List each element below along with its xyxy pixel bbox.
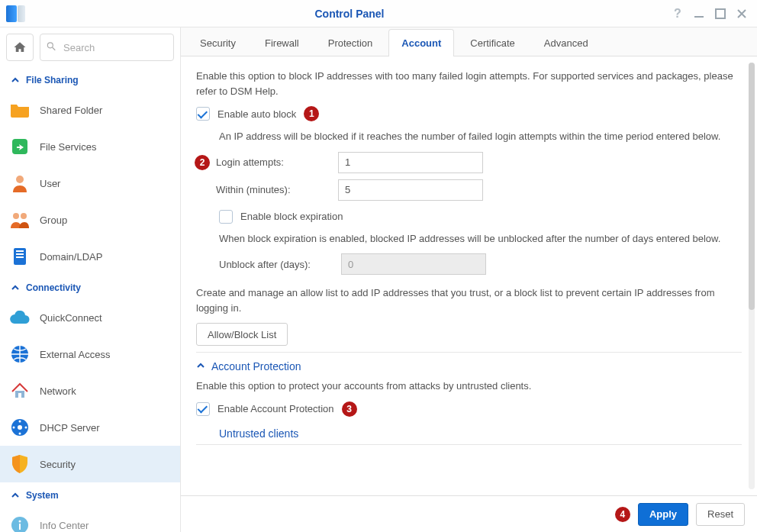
block-expiration-desc: When block expiration is enabled, blocke… bbox=[219, 231, 742, 247]
svg-rect-9 bbox=[16, 253, 24, 255]
svg-point-6 bbox=[21, 213, 27, 219]
home-button[interactable] bbox=[6, 34, 34, 61]
allowblock-desc: Create and manage an allow list to add I… bbox=[196, 285, 742, 315]
svg-point-4 bbox=[16, 176, 24, 183]
button-label: Apply bbox=[649, 508, 677, 520]
external-access-icon bbox=[9, 343, 31, 365]
sidebar-item-shared-folder[interactable]: Shared Folder bbox=[0, 92, 180, 128]
sidebar-item-info-center[interactable]: Info Center bbox=[0, 507, 180, 532]
info-center-icon bbox=[9, 514, 31, 532]
quickconnect-icon bbox=[9, 307, 31, 328]
svg-point-17 bbox=[19, 433, 21, 435]
dhcp-server-icon bbox=[9, 417, 31, 438]
sidebar: File Sharing Shared Folder File Services… bbox=[0, 27, 181, 532]
domain-ldap-icon bbox=[9, 246, 31, 267]
home-icon bbox=[13, 40, 27, 54]
allow-block-list-button[interactable]: Allow/Block List bbox=[196, 323, 288, 346]
chevron-up-icon bbox=[11, 491, 20, 500]
footer-bar: 4 Apply Reset bbox=[181, 495, 757, 532]
tab-advanced[interactable]: Advanced bbox=[531, 29, 601, 56]
sidebar-item-label: Info Center bbox=[40, 520, 89, 531]
sidebar-item-file-services[interactable]: File Services bbox=[0, 128, 180, 165]
svg-rect-21 bbox=[19, 524, 21, 530]
sidebar-item-label: Network bbox=[40, 385, 76, 397]
group-icon bbox=[9, 209, 31, 231]
app-icon bbox=[3, 2, 27, 26]
enable-account-protection-checkbox[interactable] bbox=[196, 402, 210, 416]
sidebar-item-group[interactable]: Group bbox=[0, 202, 180, 238]
sidebar-item-label: File Services bbox=[40, 141, 96, 153]
enable-account-protection-label: Enable Account Protection bbox=[217, 403, 334, 414]
section-connectivity[interactable]: Connectivity bbox=[0, 275, 180, 299]
search-input[interactable] bbox=[40, 34, 174, 61]
help-button[interactable]: ? bbox=[672, 8, 684, 20]
sidebar-item-label: External Access bbox=[40, 349, 111, 360]
section-system[interactable]: System bbox=[0, 482, 180, 507]
svg-point-2 bbox=[47, 43, 53, 48]
tab-account[interactable]: Account bbox=[388, 29, 454, 56]
svg-point-22 bbox=[19, 521, 21, 523]
section-title-text: Account Protection bbox=[211, 360, 301, 372]
shared-folder-icon bbox=[9, 99, 31, 121]
tab-label: Advanced bbox=[544, 37, 588, 49]
svg-rect-1 bbox=[716, 9, 725, 18]
sidebar-item-security[interactable]: Security bbox=[0, 446, 180, 482]
button-label: Allow/Block List bbox=[208, 329, 276, 340]
reset-button[interactable]: Reset bbox=[696, 503, 745, 526]
sidebar-item-external-access[interactable]: External Access bbox=[0, 336, 180, 372]
svg-rect-0 bbox=[694, 16, 704, 18]
tab-firewall[interactable]: Firewall bbox=[252, 29, 312, 56]
tab-label: Certificate bbox=[470, 37, 515, 49]
account-protection-desc: Enable this option to protect your accou… bbox=[196, 379, 742, 394]
close-button[interactable] bbox=[736, 8, 748, 20]
sidebar-item-user[interactable]: User bbox=[0, 165, 180, 202]
unblock-after-input bbox=[341, 253, 486, 275]
enable-auto-block-checkbox[interactable] bbox=[196, 107, 210, 121]
intro-text: Enable this option to block IP addresses… bbox=[196, 69, 742, 98]
account-protection-section-header[interactable]: Account Protection bbox=[196, 352, 742, 379]
sidebar-item-label: DHCP Server bbox=[40, 422, 100, 434]
enable-block-expiration-label: Enable block expiration bbox=[240, 211, 343, 222]
sidebar-item-label: User bbox=[40, 178, 60, 189]
section-label: System bbox=[26, 490, 59, 501]
sidebar-item-network[interactable]: Network bbox=[0, 372, 180, 409]
section-label: Connectivity bbox=[26, 282, 81, 293]
svg-rect-10 bbox=[16, 256, 24, 258]
window-controls: ? bbox=[672, 8, 751, 20]
within-minutes-input[interactable] bbox=[338, 179, 483, 201]
shield-icon bbox=[9, 453, 31, 475]
tab-security[interactable]: Security bbox=[187, 29, 249, 56]
tab-certificate[interactable]: Certificate bbox=[457, 29, 528, 56]
sidebar-item-label: QuickConnect bbox=[40, 312, 102, 324]
svg-point-5 bbox=[13, 213, 19, 219]
minimize-button[interactable] bbox=[693, 8, 705, 20]
chevron-up-icon bbox=[11, 283, 20, 292]
search-icon bbox=[46, 41, 56, 54]
section-file-sharing[interactable]: File Sharing bbox=[0, 67, 180, 92]
enable-block-expiration-checkbox[interactable] bbox=[219, 210, 233, 224]
sidebar-item-domain-ldap[interactable]: Domain/LDAP bbox=[0, 238, 180, 275]
svg-point-19 bbox=[25, 427, 27, 429]
chevron-up-icon bbox=[11, 76, 20, 85]
button-label: Reset bbox=[707, 508, 733, 520]
maximize-button[interactable] bbox=[714, 8, 726, 20]
svg-point-18 bbox=[13, 427, 15, 429]
sidebar-item-quickconnect[interactable]: QuickConnect bbox=[0, 299, 180, 336]
sidebar-item-label: Security bbox=[40, 459, 76, 470]
settings-pane: Enable this option to block IP addresses… bbox=[181, 56, 757, 495]
user-icon bbox=[9, 172, 31, 194]
callout-4: 4 bbox=[615, 507, 630, 522]
title-bar: Control Panel ? bbox=[0, 0, 757, 27]
login-attempts-input[interactable] bbox=[338, 152, 483, 173]
callout-2: 2 bbox=[195, 155, 210, 170]
tab-label: Firewall bbox=[265, 37, 299, 49]
sidebar-item-label: Shared Folder bbox=[40, 105, 102, 116]
tab-bar: Security Firewall Protection Account Cer… bbox=[181, 27, 757, 56]
apply-button[interactable]: Apply bbox=[638, 503, 688, 526]
tab-protection[interactable]: Protection bbox=[315, 29, 386, 56]
sidebar-item-dhcp-server[interactable]: DHCP Server bbox=[0, 409, 180, 446]
sidebar-item-label: Group bbox=[40, 214, 67, 226]
untrusted-clients-heading: Untrusted clients bbox=[196, 424, 742, 445]
svg-point-16 bbox=[19, 421, 21, 423]
tab-label: Protection bbox=[328, 37, 373, 49]
